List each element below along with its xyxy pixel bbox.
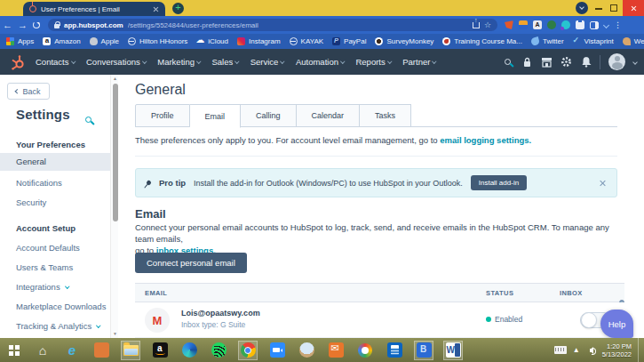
search-icon[interactable] bbox=[502, 56, 513, 68]
sidebar-item-general[interactable]: General bbox=[0, 153, 110, 171]
touch-keyboard-icon[interactable] bbox=[554, 346, 567, 354]
browser-tab[interactable]: User Preferences | Email bbox=[23, 2, 165, 16]
extensions-puzzle-icon[interactable] bbox=[576, 20, 584, 29]
word-icon[interactable] bbox=[443, 341, 463, 360]
share-icon[interactable] bbox=[473, 22, 480, 28]
bookmark-apps[interactable]: Apps bbox=[6, 37, 34, 45]
sidebar-item-users-teams[interactable]: Users & Teams bbox=[0, 259, 110, 277]
titlebar-chevron-button[interactable] bbox=[576, 2, 588, 14]
window-minimize-button[interactable] bbox=[595, 8, 602, 10]
scroll-up-icon[interactable]: ▲ bbox=[113, 76, 117, 81]
google-app-icon[interactable] bbox=[355, 341, 375, 360]
nav-item-reports[interactable]: Reports bbox=[355, 57, 391, 67]
taskbar-clock[interactable]: 1:20 PM 5/13/2022 bbox=[602, 342, 632, 358]
bookmark-hilton[interactable]: Hilton HHonors bbox=[128, 37, 187, 45]
sidebar-item-notifications[interactable]: Notifications bbox=[0, 174, 110, 192]
back-nav-icon[interactable]: ← bbox=[0, 16, 15, 34]
bookmark-star-icon[interactable]: ☆ bbox=[484, 19, 491, 31]
internet-explorer-icon[interactable]: e bbox=[62, 341, 82, 360]
bookmark-icloud[interactable]: iCloud bbox=[196, 37, 228, 45]
tab-close-icon[interactable] bbox=[153, 6, 159, 12]
nav-item-contacts[interactable]: Contacts bbox=[36, 57, 75, 67]
settings-search-icon[interactable] bbox=[85, 110, 91, 126]
bookmark-vistaprint[interactable]: Vistaprint bbox=[573, 37, 614, 45]
tab-email[interactable]: Email bbox=[190, 104, 242, 128]
status-enabled-dot bbox=[486, 317, 491, 322]
tray-overflow-icon[interactable]: ▲ bbox=[573, 346, 580, 354]
chevron-down-icon[interactable] bbox=[632, 60, 638, 65]
nav-item-automation[interactable]: Automation bbox=[296, 57, 345, 67]
window-maximize-button[interactable] bbox=[610, 4, 617, 12]
bookmark-apple[interactable]: Apple bbox=[90, 37, 119, 45]
nav-item-service[interactable]: Service bbox=[250, 57, 284, 67]
edge-icon[interactable] bbox=[179, 341, 199, 360]
side-panel-icon[interactable] bbox=[590, 21, 599, 29]
window-close-button[interactable] bbox=[623, 0, 644, 16]
sidebar-scrollbar[interactable]: ▲ ▼ bbox=[110, 75, 118, 338]
zoom-app-icon[interactable] bbox=[267, 341, 287, 360]
bookmark-surveymonkey[interactable]: SurveyMonkey bbox=[375, 37, 433, 45]
speaker-icon[interactable] bbox=[586, 347, 593, 354]
hubspot-logo-icon[interactable] bbox=[10, 54, 26, 70]
spotify-icon[interactable] bbox=[209, 341, 228, 360]
bookmark-paypal[interactable]: PayPal bbox=[332, 37, 366, 45]
settings-gear-icon[interactable] bbox=[561, 56, 572, 68]
calculator-icon[interactable] bbox=[385, 341, 404, 360]
amazon-app-icon[interactable] bbox=[150, 341, 170, 360]
bookmarks-bar: Apps Amazon Apple Hilton HHonors iCloud … bbox=[0, 34, 644, 49]
sidebar-item-account-defaults[interactable]: Account Defaults bbox=[0, 239, 110, 257]
scrollbar-thumb[interactable] bbox=[113, 84, 118, 221]
file-explorer-icon[interactable] bbox=[121, 341, 140, 360]
blue-b-app-icon[interactable] bbox=[414, 341, 433, 360]
lock-user-icon[interactable] bbox=[521, 56, 533, 68]
bookmark-training-course[interactable]: Training Course Ma... bbox=[442, 37, 522, 45]
sidebar-item-security[interactable]: Security bbox=[0, 194, 110, 212]
nav-item-sales[interactable]: Sales bbox=[211, 57, 238, 67]
chrome-icon[interactable] bbox=[238, 341, 258, 360]
bookmark-label: iCloud bbox=[208, 37, 228, 45]
back-button[interactable]: Back bbox=[7, 83, 50, 100]
extension-icon-5[interactable] bbox=[561, 20, 570, 29]
tab-calendar[interactable]: Calendar bbox=[297, 104, 361, 127]
toggle-knob[interactable] bbox=[581, 312, 597, 328]
sidebar-item-marketplace-downloads[interactable]: Marketplace Downloads bbox=[0, 298, 110, 316]
email-logging-settings-link[interactable]: email logging settings. bbox=[440, 135, 531, 145]
bookmark-instagram[interactable]: Instagram bbox=[237, 37, 281, 45]
orange-app-icon[interactable] bbox=[91, 341, 111, 360]
scroll-down-icon[interactable]: ▼ bbox=[113, 332, 117, 336]
nav-item-conversations[interactable]: Conversations bbox=[86, 57, 146, 67]
refresh-icon[interactable] bbox=[33, 21, 40, 28]
install-add-in-button[interactable]: Install add-in bbox=[471, 175, 527, 190]
tab-calling[interactable]: Calling bbox=[241, 104, 297, 127]
bookmark-twitter[interactable]: Twitter bbox=[531, 37, 564, 45]
bookmark-web-source[interactable]: Web Source bbox=[623, 37, 644, 45]
bookmark-kayak[interactable]: KAYAK bbox=[290, 37, 324, 45]
start-button[interactable] bbox=[4, 341, 23, 360]
sidebar-item-tracking-analytics[interactable]: Tracking & Analytics bbox=[0, 318, 110, 335]
extension-icon-2[interactable] bbox=[519, 20, 528, 29]
nav-item-partner[interactable]: Partner bbox=[402, 57, 436, 67]
help-button[interactable]: Help bbox=[600, 310, 633, 338]
nav-item-marketing[interactable]: Marketing bbox=[157, 57, 200, 67]
outlook-icon[interactable] bbox=[326, 341, 346, 360]
show-desktop-button[interactable] bbox=[638, 338, 640, 362]
new-tab-button[interactable]: + bbox=[172, 3, 184, 14]
forward-nav-icon[interactable]: → bbox=[15, 16, 30, 34]
extension-icon-1[interactable] bbox=[505, 20, 513, 29]
extension-icon-4[interactable] bbox=[547, 20, 556, 29]
bookmark-amazon[interactable]: Amazon bbox=[43, 37, 80, 45]
onedrive-icon[interactable] bbox=[297, 341, 316, 360]
url-address-bar[interactable]: app.hubspot.com /settings/5524844/user-p… bbox=[48, 19, 497, 31]
profile-chevron-icon[interactable] bbox=[603, 21, 609, 28]
notifications-bell-icon[interactable] bbox=[580, 56, 592, 68]
home-icon[interactable]: ⌂ bbox=[33, 341, 52, 360]
tab-tasks[interactable]: Tasks bbox=[360, 104, 411, 127]
browser-menu-icon[interactable]: ⋮ bbox=[614, 16, 622, 34]
tab-profile[interactable]: Profile bbox=[135, 104, 190, 127]
banner-close-icon[interactable] bbox=[599, 180, 606, 187]
connect-personal-email-button[interactable]: Connect personal email bbox=[135, 253, 247, 273]
sidebar-item-integrations[interactable]: Integrations bbox=[0, 278, 110, 296]
extension-icon-3[interactable] bbox=[533, 20, 542, 29]
avatar[interactable] bbox=[608, 53, 625, 70]
marketplace-icon[interactable] bbox=[541, 56, 553, 68]
